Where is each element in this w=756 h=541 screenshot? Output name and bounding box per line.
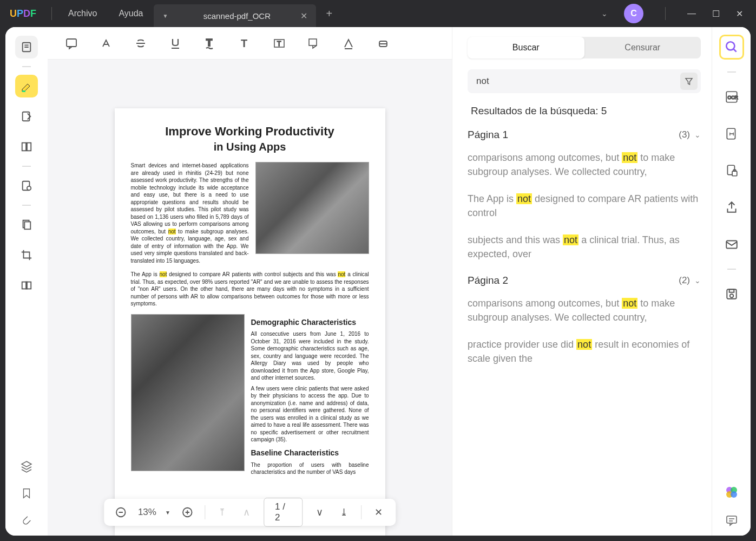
ai-assistant-icon[interactable]: [724, 485, 739, 500]
doc-image-2: [131, 314, 245, 471]
sidebar-crop[interactable]: [15, 244, 38, 266]
app-logo: UPDF: [0, 8, 46, 19]
search-result[interactable]: comparisons among outcomes, but not to m…: [468, 296, 701, 324]
filter-button[interactable]: [680, 73, 698, 90]
pdf-page: Improve Working Productivity in Using Ap…: [115, 108, 385, 536]
sidebar-compare[interactable]: [15, 274, 38, 297]
svg-rect-45: [727, 516, 737, 523]
document-area: T T T Improve Working Productivity in Us…: [48, 27, 452, 536]
tab-redact[interactable]: Censurar: [584, 37, 701, 58]
close-nav-button[interactable]: ✕: [371, 504, 386, 520]
textbox-icon[interactable]: T: [272, 36, 287, 51]
main-window: T T T Improve Working Productivity in Us…: [5, 27, 751, 536]
prev-page-button[interactable]: ∧: [239, 504, 254, 520]
page-indicator[interactable]: 1 / 2: [264, 498, 303, 527]
search-result[interactable]: The App is not designed to compare AR pa…: [468, 192, 701, 220]
bookmark-icon[interactable]: [21, 487, 32, 500]
svg-rect-13: [67, 39, 76, 47]
svg-rect-4: [23, 112, 30, 121]
svg-rect-21: [309, 39, 317, 45]
sidebar-thumbnails[interactable]: [15, 36, 38, 58]
right-sidebar: OCR: [712, 27, 751, 536]
svg-text:OCR: OCR: [727, 95, 738, 100]
titlebar: UPDF Archivo Ayuda ▼ scanned-pdf_OCR ✕ +…: [0, 0, 756, 27]
search-input[interactable]: [476, 76, 680, 87]
pencil-icon[interactable]: [341, 36, 356, 51]
eraser-icon[interactable]: [376, 36, 391, 51]
document-viewport[interactable]: Improve Working Productivity in Using Ap…: [48, 60, 452, 536]
tab-search[interactable]: Buscar: [468, 37, 584, 58]
sidebar-highlighter[interactable]: [15, 75, 38, 97]
svg-point-8: [27, 186, 31, 190]
chat-icon[interactable]: [725, 514, 738, 527]
doc-heading-demo: Demographic Characteristics: [251, 317, 369, 328]
attachment-icon[interactable]: [21, 514, 32, 527]
save-tool[interactable]: [719, 282, 744, 307]
doc-image-1: [255, 162, 369, 254]
share-tool[interactable]: [719, 195, 744, 220]
protect-tool[interactable]: [719, 158, 744, 183]
sidebar-edit[interactable]: [15, 105, 38, 128]
svg-text:T: T: [277, 40, 281, 48]
chevron-down-icon[interactable]: ⌄: [601, 9, 608, 18]
svg-rect-3: [22, 90, 25, 92]
strikethrough-icon[interactable]: [133, 36, 148, 51]
comment-icon[interactable]: [64, 36, 79, 51]
doc-title-2: in Using Apps: [131, 141, 369, 153]
first-page-button[interactable]: ⤒: [215, 504, 229, 520]
svg-rect-10: [24, 222, 30, 230]
menu-help[interactable]: Ayuda: [108, 9, 154, 18]
highlight-tool-icon[interactable]: [98, 36, 114, 51]
last-page-button[interactable]: ⤓: [337, 504, 351, 520]
doc-para-2: The App is not designed to compare AR pa…: [131, 271, 369, 308]
zoom-in-button[interactable]: [180, 504, 195, 520]
window-close[interactable]: ✕: [736, 9, 743, 19]
left-sidebar: [5, 27, 48, 536]
convert-tool[interactable]: [719, 121, 744, 146]
underline-icon[interactable]: [168, 36, 183, 51]
tab-dropdown-icon[interactable]: ▼: [162, 13, 168, 19]
search-input-wrap: [468, 69, 701, 93]
svg-rect-37: [726, 241, 737, 249]
svg-rect-6: [27, 143, 31, 151]
svg-point-40: [729, 294, 733, 298]
result-group-header[interactable]: Página 2(2)⌄: [468, 275, 701, 286]
svg-text:T: T: [241, 37, 247, 49]
search-panel: Buscar Censurar Resultados de la búsqued…: [452, 27, 712, 536]
doc-heading-base: Baseline Characteristics: [251, 448, 369, 458]
window-minimize[interactable]: —: [687, 9, 696, 18]
sidebar-organize[interactable]: [15, 213, 38, 236]
doc-para-1: Smart devices and internet-based applica…: [131, 162, 249, 264]
layers-icon[interactable]: [20, 460, 33, 473]
search-result[interactable]: comparisons among outcomes, but not to m…: [468, 151, 701, 179]
user-avatar[interactable]: C: [624, 4, 643, 23]
doc-para-5: The proportion of users with baseline ch…: [251, 461, 369, 476]
svg-rect-36: [732, 171, 737, 176]
sidebar-form[interactable]: [15, 174, 38, 197]
annotation-toolbar: T T T: [48, 27, 452, 60]
results-count: Resultados de la búsqueda: 5: [468, 105, 701, 117]
search-result[interactable]: subjects and this was not a clinical tri…: [468, 233, 701, 261]
ocr-tool[interactable]: OCR: [719, 84, 744, 109]
new-tab-button[interactable]: +: [316, 8, 342, 20]
doc-para-4: A few users were clinic patients that we…: [251, 385, 369, 444]
zoom-level[interactable]: 13%▼: [138, 507, 170, 518]
search-tool[interactable]: [719, 35, 744, 60]
result-group-header[interactable]: Página 1(3)⌄: [468, 129, 701, 141]
next-page-button[interactable]: ∨: [312, 504, 327, 520]
window-maximize[interactable]: ☐: [712, 9, 720, 19]
squiggly-icon[interactable]: T: [202, 36, 218, 51]
svg-point-30: [726, 42, 734, 50]
doc-para-3: All consecutive users from June 1, 2016 …: [251, 330, 369, 382]
zoom-out-button[interactable]: [114, 504, 128, 520]
tab-title: scanned-pdf_OCR: [184, 11, 290, 21]
search-result[interactable]: practice provider use did not result in …: [468, 337, 701, 366]
email-tool[interactable]: [719, 232, 744, 257]
tab-close-icon[interactable]: ✕: [300, 11, 307, 21]
callout-icon[interactable]: [306, 36, 321, 51]
menu-file[interactable]: Archivo: [57, 9, 108, 18]
document-tab[interactable]: ▼ scanned-pdf_OCR ✕: [154, 4, 316, 27]
text-icon[interactable]: T: [237, 36, 252, 51]
svg-line-31: [733, 49, 736, 51]
sidebar-pages[interactable]: [15, 135, 38, 158]
